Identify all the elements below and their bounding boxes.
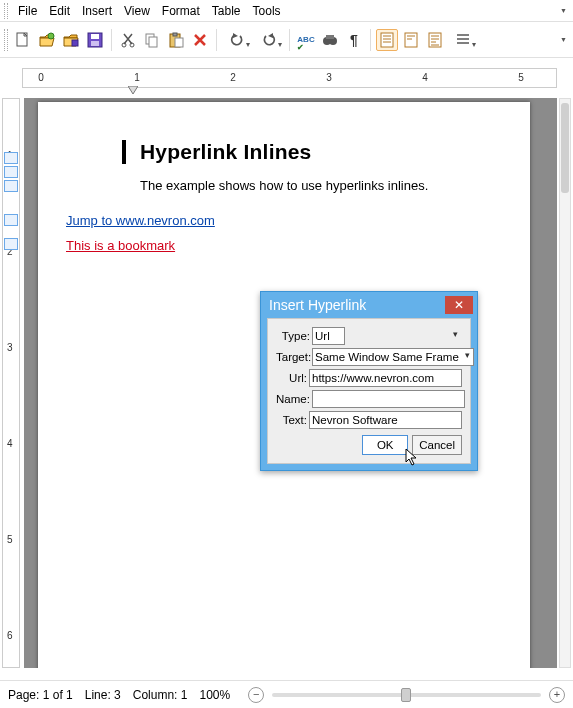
- indent-marker-icon[interactable]: [128, 86, 138, 94]
- delete-icon: [192, 32, 208, 48]
- ruler-marker[interactable]: [4, 166, 18, 178]
- view-normal-button[interactable]: [376, 29, 398, 51]
- svg-rect-16: [381, 33, 393, 47]
- scrollbar-thumb[interactable]: [561, 103, 569, 193]
- open-folder-icon: [39, 32, 55, 48]
- open-button[interactable]: [36, 29, 58, 51]
- line-spacing-icon: [455, 32, 471, 48]
- new-button[interactable]: [12, 29, 34, 51]
- svg-point-1: [48, 33, 54, 39]
- view-print-button[interactable]: [424, 29, 446, 51]
- hyperlink-url[interactable]: Jump to www.nevron.com: [66, 213, 490, 228]
- ruler-marker[interactable]: [4, 180, 18, 192]
- delete-button[interactable]: [189, 29, 211, 51]
- type-label: Type:: [276, 330, 312, 342]
- toolbar-overflow-icon[interactable]: ▼: [560, 36, 567, 43]
- redo-button[interactable]: [254, 29, 284, 51]
- save-icon: [87, 32, 103, 48]
- save-button[interactable]: [84, 29, 106, 51]
- svg-rect-15: [326, 35, 334, 39]
- ruler-label: 2: [230, 72, 236, 83]
- paragraph-marks-button[interactable]: ¶: [343, 29, 365, 51]
- menu-format[interactable]: Format: [156, 2, 206, 20]
- ruler-markers: [2, 150, 20, 252]
- menubar-handle[interactable]: [4, 3, 8, 19]
- status-zoom: 100%: [199, 688, 230, 702]
- svg-rect-2: [72, 40, 78, 46]
- dialog-title: Insert Hyperlink: [269, 297, 366, 313]
- copy-button[interactable]: [141, 29, 163, 51]
- plus-icon: +: [554, 689, 560, 700]
- status-page: Page: 1 of 1: [8, 688, 73, 702]
- menu-view[interactable]: View: [118, 2, 156, 20]
- ruler-marker[interactable]: [4, 214, 18, 226]
- dialog-titlebar[interactable]: Insert Hyperlink ✕: [261, 292, 477, 318]
- ok-button[interactable]: OK: [362, 435, 408, 455]
- page-icon: [380, 32, 394, 48]
- save-folder-icon: [63, 32, 79, 48]
- target-select[interactable]: Same Window Same Frame: [312, 348, 474, 366]
- vertical-scrollbar[interactable]: [559, 98, 571, 668]
- svg-rect-11: [173, 33, 177, 36]
- page-subtitle: The example shows how to use hyperlinks …: [140, 178, 490, 193]
- ruler-label: 4: [7, 438, 13, 449]
- dialog-close-button[interactable]: ✕: [445, 296, 473, 314]
- status-line: Line: 3: [85, 688, 121, 702]
- hyperlink-bookmark[interactable]: This is a bookmark: [66, 238, 490, 253]
- new-file-icon: [15, 32, 31, 48]
- menu-file[interactable]: File: [12, 2, 43, 20]
- zoom-out-button[interactable]: −: [248, 687, 264, 703]
- pilcrow-icon: ¶: [350, 32, 358, 48]
- paste-button[interactable]: [165, 29, 187, 51]
- status-bar: Page: 1 of 1 Line: 3 Column: 1 100% − +: [0, 680, 573, 708]
- view-web-button[interactable]: [400, 29, 422, 51]
- workspace: 0 1 2 3 4 5 1 2 3 4 5 6 Hyperlink Inline…: [0, 58, 573, 680]
- page-web-icon: [404, 32, 418, 48]
- zoom-slider-thumb[interactable]: [401, 688, 411, 702]
- insert-hyperlink-dialog: Insert Hyperlink ✕ Type: Url Target: Sam…: [260, 291, 478, 471]
- menubar-overflow-icon[interactable]: ▼: [560, 7, 567, 14]
- ruler-label: 5: [7, 534, 13, 545]
- undo-button[interactable]: [222, 29, 252, 51]
- ruler-label: 1: [134, 72, 140, 83]
- text-input[interactable]: [309, 411, 462, 429]
- dialog-body: Type: Url Target: Same Window Same Frame…: [267, 318, 471, 464]
- menu-table[interactable]: Table: [206, 2, 247, 20]
- zoom-controls: − +: [248, 687, 565, 703]
- url-input[interactable]: [309, 369, 462, 387]
- toolbar-separator: [289, 29, 290, 51]
- page-print-icon: [428, 32, 442, 48]
- find-button[interactable]: [319, 29, 341, 51]
- cancel-button[interactable]: Cancel: [412, 435, 462, 455]
- ruler-marker[interactable]: [4, 238, 18, 250]
- close-icon: ✕: [454, 298, 464, 312]
- menu-tools[interactable]: Tools: [247, 2, 287, 20]
- undo-icon: [229, 32, 245, 48]
- name-input[interactable]: [312, 390, 465, 408]
- cut-button[interactable]: [117, 29, 139, 51]
- menu-insert[interactable]: Insert: [76, 2, 118, 20]
- binoculars-icon: [322, 32, 338, 48]
- ruler-marker[interactable]: [4, 152, 18, 164]
- document-content: Hyperlink Inlines The example shows how …: [122, 140, 490, 253]
- spellcheck-button[interactable]: ABC✔: [295, 29, 317, 51]
- target-label: Target:: [276, 351, 312, 363]
- menu-bar: File Edit Insert View Format Table Tools…: [0, 0, 573, 22]
- line-spacing-button[interactable]: [448, 29, 478, 51]
- ruler-label: 4: [422, 72, 428, 83]
- type-select[interactable]: Url: [312, 327, 345, 345]
- copy-icon: [144, 32, 160, 48]
- name-label: Name:: [276, 393, 312, 405]
- horizontal-ruler[interactable]: 0 1 2 3 4 5: [22, 68, 557, 88]
- menu-edit[interactable]: Edit: [43, 2, 76, 20]
- zoom-in-button[interactable]: +: [549, 687, 565, 703]
- zoom-slider[interactable]: [272, 693, 541, 697]
- minus-icon: −: [253, 689, 259, 700]
- toolbar-separator: [111, 29, 112, 51]
- status-column: Column: 1: [133, 688, 188, 702]
- toolbar-handle[interactable]: [4, 29, 8, 51]
- main-toolbar: ABC✔ ¶ ▼: [0, 22, 573, 58]
- svg-rect-5: [91, 41, 99, 46]
- save-as-button[interactable]: [60, 29, 82, 51]
- ruler-label: 3: [326, 72, 332, 83]
